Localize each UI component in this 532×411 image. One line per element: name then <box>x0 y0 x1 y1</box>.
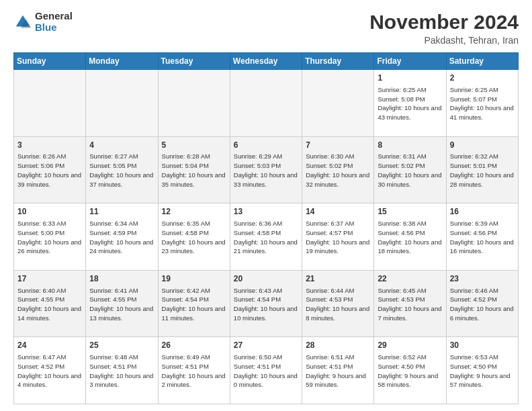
day-number: 16 <box>450 206 515 218</box>
day-number: 1 <box>378 73 442 84</box>
calendar-cell: 18Sunrise: 6:41 AM Sunset: 4:55 PM Dayli… <box>86 270 158 337</box>
calendar-cell: 4Sunrise: 6:27 AM Sunset: 5:05 PM Daylig… <box>86 136 158 203</box>
day-info: Sunrise: 6:34 AM Sunset: 4:59 PM Dayligh… <box>89 219 154 256</box>
day-number: 7 <box>306 140 370 151</box>
day-info: Sunrise: 6:44 AM Sunset: 4:53 PM Dayligh… <box>306 286 370 323</box>
calendar-row: 3Sunrise: 6:26 AM Sunset: 5:06 PM Daylig… <box>14 136 519 203</box>
day-number: 14 <box>306 206 370 218</box>
day-number: 6 <box>234 140 298 151</box>
day-info: Sunrise: 6:26 AM Sunset: 5:06 PM Dayligh… <box>17 152 82 189</box>
day-number: 15 <box>378 206 442 218</box>
day-number: 8 <box>378 140 442 151</box>
day-info: Sunrise: 6:31 AM Sunset: 5:02 PM Dayligh… <box>378 152 442 189</box>
day-number: 27 <box>234 340 298 351</box>
logo-blue: Blue <box>35 22 73 34</box>
day-info: Sunrise: 6:51 AM Sunset: 4:51 PM Dayligh… <box>306 353 370 390</box>
calendar-cell: 5Sunrise: 6:28 AM Sunset: 5:04 PM Daylig… <box>158 136 230 203</box>
calendar-cell: 8Sunrise: 6:31 AM Sunset: 5:02 PM Daylig… <box>374 136 446 203</box>
calendar-cell <box>86 70 158 137</box>
calendar-cell: 6Sunrise: 6:29 AM Sunset: 5:03 PM Daylig… <box>230 136 302 203</box>
calendar-cell: 29Sunrise: 6:52 AM Sunset: 4:50 PM Dayli… <box>374 337 446 404</box>
day-info: Sunrise: 6:40 AM Sunset: 4:55 PM Dayligh… <box>17 286 82 323</box>
day-number: 25 <box>89 340 154 351</box>
calendar-row: 24Sunrise: 6:47 AM Sunset: 4:52 PM Dayli… <box>14 337 519 404</box>
weekday-header: Friday <box>374 53 446 70</box>
day-info: Sunrise: 6:50 AM Sunset: 4:51 PM Dayligh… <box>234 353 298 390</box>
calendar-cell: 24Sunrise: 6:47 AM Sunset: 4:52 PM Dayli… <box>14 337 86 404</box>
day-info: Sunrise: 6:28 AM Sunset: 5:04 PM Dayligh… <box>162 152 226 189</box>
day-number: 20 <box>234 273 298 285</box>
calendar-cell: 11Sunrise: 6:34 AM Sunset: 4:59 PM Dayli… <box>86 203 158 271</box>
calendar-cell: 7Sunrise: 6:30 AM Sunset: 5:02 PM Daylig… <box>302 136 374 203</box>
day-number: 11 <box>89 206 154 218</box>
calendar-cell: 22Sunrise: 6:45 AM Sunset: 4:53 PM Dayli… <box>374 270 446 337</box>
day-number: 2 <box>450 73 515 84</box>
page: General Blue November 2024 Pakdasht, Teh… <box>0 0 532 411</box>
calendar-row: 1Sunrise: 6:25 AM Sunset: 5:08 PM Daylig… <box>14 70 519 137</box>
calendar-cell: 25Sunrise: 6:48 AM Sunset: 4:51 PM Dayli… <box>86 337 158 404</box>
day-info: Sunrise: 6:29 AM Sunset: 5:03 PM Dayligh… <box>234 152 298 189</box>
calendar-cell: 19Sunrise: 6:42 AM Sunset: 4:54 PM Dayli… <box>158 270 230 337</box>
calendar-cell: 2Sunrise: 6:25 AM Sunset: 5:07 PM Daylig… <box>446 70 518 137</box>
day-info: Sunrise: 6:38 AM Sunset: 4:56 PM Dayligh… <box>378 219 442 256</box>
calendar-cell: 21Sunrise: 6:44 AM Sunset: 4:53 PM Dayli… <box>302 270 374 337</box>
calendar-cell: 27Sunrise: 6:50 AM Sunset: 4:51 PM Dayli… <box>230 337 302 404</box>
day-info: Sunrise: 6:53 AM Sunset: 4:50 PM Dayligh… <box>450 353 515 390</box>
day-number: 26 <box>162 340 226 351</box>
calendar-cell <box>158 70 230 137</box>
day-number: 24 <box>17 340 82 351</box>
day-number: 17 <box>17 273 82 285</box>
day-number: 23 <box>450 273 515 285</box>
day-info: Sunrise: 6:25 AM Sunset: 5:08 PM Dayligh… <box>378 85 442 122</box>
calendar-cell <box>14 70 86 137</box>
calendar-row: 17Sunrise: 6:40 AM Sunset: 4:55 PM Dayli… <box>14 270 519 337</box>
calendar-table: SundayMondayTuesdayWednesdayThursdayFrid… <box>13 52 519 404</box>
day-info: Sunrise: 6:35 AM Sunset: 4:58 PM Dayligh… <box>162 219 226 256</box>
header: General Blue November 2024 Pakdasht, Teh… <box>13 11 519 46</box>
weekday-header: Thursday <box>302 53 374 70</box>
logo-general: General <box>35 11 73 22</box>
calendar-cell: 16Sunrise: 6:39 AM Sunset: 4:56 PM Dayli… <box>446 203 518 271</box>
weekday-header: Sunday <box>14 53 86 70</box>
day-info: Sunrise: 6:45 AM Sunset: 4:53 PM Dayligh… <box>378 286 442 323</box>
calendar-cell: 20Sunrise: 6:43 AM Sunset: 4:54 PM Dayli… <box>230 270 302 337</box>
day-number: 22 <box>378 273 442 285</box>
day-number: 10 <box>17 206 82 218</box>
day-number: 13 <box>234 206 298 218</box>
calendar-cell: 12Sunrise: 6:35 AM Sunset: 4:58 PM Dayli… <box>158 203 230 271</box>
day-number: 29 <box>378 340 442 351</box>
day-number: 12 <box>162 206 226 218</box>
calendar-cell: 13Sunrise: 6:36 AM Sunset: 4:58 PM Dayli… <box>230 203 302 271</box>
day-info: Sunrise: 6:27 AM Sunset: 5:05 PM Dayligh… <box>89 152 154 189</box>
calendar-cell: 9Sunrise: 6:32 AM Sunset: 5:01 PM Daylig… <box>446 136 518 203</box>
logo-icon <box>13 13 32 32</box>
day-info: Sunrise: 6:41 AM Sunset: 4:55 PM Dayligh… <box>89 286 154 323</box>
calendar-cell: 15Sunrise: 6:38 AM Sunset: 4:56 PM Dayli… <box>374 203 446 271</box>
day-info: Sunrise: 6:32 AM Sunset: 5:01 PM Dayligh… <box>450 152 515 189</box>
title-location: Pakdasht, Tehran, Iran <box>369 35 519 46</box>
calendar-row: 10Sunrise: 6:33 AM Sunset: 5:00 PM Dayli… <box>14 203 519 271</box>
day-number: 4 <box>89 140 154 151</box>
logo-text: General Blue <box>35 11 73 33</box>
day-number: 30 <box>450 340 515 351</box>
weekday-header: Wednesday <box>230 53 302 70</box>
calendar-cell <box>302 70 374 137</box>
logo: General Blue <box>13 11 73 33</box>
calendar-cell: 26Sunrise: 6:49 AM Sunset: 4:51 PM Dayli… <box>158 337 230 404</box>
weekday-header: Tuesday <box>158 53 230 70</box>
day-info: Sunrise: 6:47 AM Sunset: 4:52 PM Dayligh… <box>17 353 82 390</box>
weekday-header: Saturday <box>446 53 518 70</box>
title-month: November 2024 <box>369 11 519 34</box>
day-info: Sunrise: 6:49 AM Sunset: 4:51 PM Dayligh… <box>162 353 226 390</box>
calendar-cell: 10Sunrise: 6:33 AM Sunset: 5:00 PM Dayli… <box>14 203 86 271</box>
day-info: Sunrise: 6:37 AM Sunset: 4:57 PM Dayligh… <box>306 219 370 256</box>
day-number: 21 <box>306 273 370 285</box>
calendar-cell: 14Sunrise: 6:37 AM Sunset: 4:57 PM Dayli… <box>302 203 374 271</box>
calendar-cell: 3Sunrise: 6:26 AM Sunset: 5:06 PM Daylig… <box>14 136 86 203</box>
day-number: 9 <box>450 140 515 151</box>
day-info: Sunrise: 6:39 AM Sunset: 4:56 PM Dayligh… <box>450 219 515 256</box>
calendar-cell: 23Sunrise: 6:46 AM Sunset: 4:52 PM Dayli… <box>446 270 518 337</box>
title-block: November 2024 Pakdasht, Tehran, Iran <box>369 11 519 46</box>
day-info: Sunrise: 6:33 AM Sunset: 5:00 PM Dayligh… <box>17 219 82 256</box>
calendar-cell: 30Sunrise: 6:53 AM Sunset: 4:50 PM Dayli… <box>446 337 518 404</box>
